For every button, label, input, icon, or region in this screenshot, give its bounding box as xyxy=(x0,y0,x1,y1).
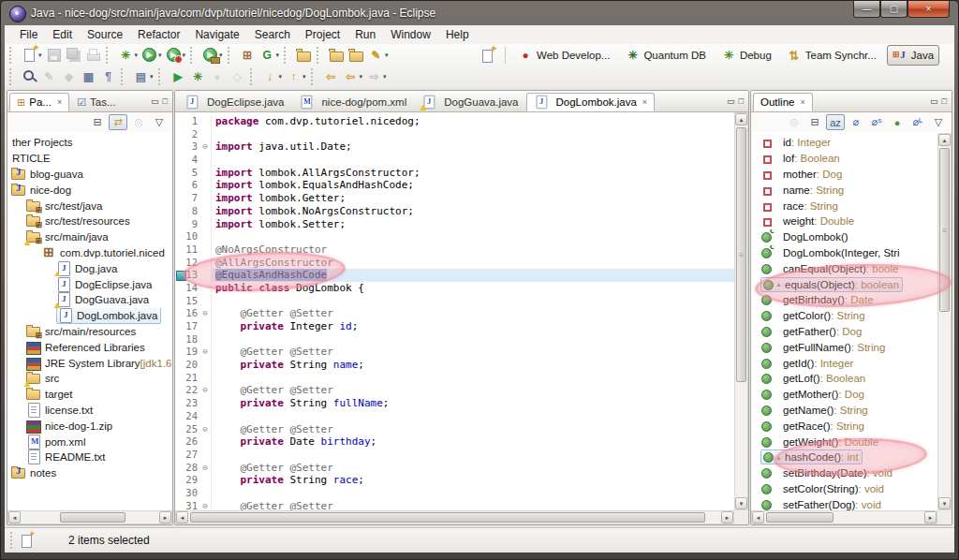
outline-item-name[interactable]: name : String xyxy=(751,182,937,198)
code-line-28[interactable]: 28⊖ @Getter @Setter xyxy=(175,462,734,475)
scroll-right-arrow-icon[interactable]: ▸ xyxy=(159,511,171,523)
code-line-11[interactable]: 11@NoArgsConstructor xyxy=(175,243,734,257)
menu-project[interactable]: Project xyxy=(298,26,347,43)
outline-item-canequal-object-[interactable]: canEqual(Object) : boole xyxy=(751,260,937,276)
perspective-team[interactable]: ⇅Team Synchr... xyxy=(782,46,881,65)
code-line-31[interactable]: 31⊖ @Getter @Setter xyxy=(175,500,734,510)
code-line-20[interactable]: 20 private String name; xyxy=(175,359,734,372)
scroll-down-arrow-icon[interactable]: ▾ xyxy=(735,497,747,509)
back-button[interactable]: ⇦▾ xyxy=(341,66,365,86)
code-line-4[interactable]: 4 xyxy=(175,154,734,167)
code-line-17[interactable]: 17 private Integer id; xyxy=(175,320,734,333)
code-line-13[interactable]: 13@EqualsAndHashCode xyxy=(175,269,734,282)
code-line-1[interactable]: 1package com.dvp.tutoriel.nicedog; xyxy=(175,115,734,128)
open-type-button[interactable] xyxy=(294,45,314,65)
tree-item-dogeclipse-java[interactable]: DogEclipse.java xyxy=(7,276,172,292)
open-file-button[interactable] xyxy=(347,45,366,65)
new-java-wizard-button[interactable]: G▾ xyxy=(258,45,282,65)
resume-button[interactable]: ▶ xyxy=(169,66,188,86)
panel-maximize-icon[interactable]: □ xyxy=(942,97,947,106)
import-button[interactable]: ↓▾ xyxy=(260,66,285,86)
tree-item-rticle[interactable]: RTICLE xyxy=(7,151,172,167)
outline-item-getbirthday-[interactable]: getBirthday() : Date xyxy=(751,292,937,308)
debug-button[interactable]: ✳▾ xyxy=(116,45,140,65)
menu-navigate[interactable]: Navigate xyxy=(187,26,246,43)
editor-hscrollbar[interactable]: ◂ ▸ xyxy=(175,510,734,524)
tree-item-src-main-resources[interactable]: src/main/resources xyxy=(7,324,172,340)
tree-item-dog-java[interactable]: Dog.java xyxy=(7,260,172,276)
open-resource-button[interactable] xyxy=(327,45,347,65)
tree-item-pom-xml[interactable]: pom.xml xyxy=(7,434,172,449)
outline-item-doglombok-[interactable]: DogLombok() xyxy=(751,229,937,245)
panel-maximize-icon[interactable]: □ xyxy=(739,97,744,106)
code-line-3[interactable]: 3⊖import java.util.Date; xyxy=(175,140,734,154)
panel-maximize-icon[interactable]: □ xyxy=(163,97,168,106)
outline-item-doglombok-integer-stri[interactable]: DogLombok(Integer, Stri xyxy=(751,245,937,261)
code-line-6[interactable]: 6import lombok.EqualsAndHashCode; xyxy=(175,179,734,192)
scrollbar-thumb[interactable] xyxy=(60,512,125,523)
menu-window[interactable]: Window xyxy=(383,26,438,43)
code-line-16[interactable]: 16⊖ @Getter @Setter xyxy=(175,307,734,320)
run-button[interactable]: ▶▾ xyxy=(140,45,164,65)
element-button[interactable]: ▤▾ xyxy=(131,66,155,86)
new-wizard-button[interactable]: ▾ xyxy=(20,45,44,65)
perspective-debug[interactable]: ✳Debug xyxy=(716,46,776,65)
menu-file[interactable]: File xyxy=(12,26,45,43)
scroll-up-arrow-icon[interactable]: ▴ xyxy=(735,113,747,125)
code-line-14[interactable]: 14public class DogLombok { xyxy=(175,282,734,295)
editor-tab-dogguava-java[interactable]: DogGuava.java xyxy=(414,93,525,111)
code-line-22[interactable]: 22⊖ @Getter @Setter xyxy=(175,384,734,397)
code-line-25[interactable]: 25⊖ @Getter @Setter xyxy=(175,423,734,436)
panel-minimize-icon[interactable]: ▭ xyxy=(151,97,159,106)
new-java-project-button[interactable]: ⊞ xyxy=(238,45,258,65)
open-perspective-button[interactable] xyxy=(478,46,497,66)
code-line-12[interactable]: 12@AllArgsConstructor xyxy=(175,257,734,270)
outline-item-getcolor-[interactable]: getColor() : String xyxy=(751,308,937,324)
editor-tab-doglombok-java[interactable]: DogLombok.java× xyxy=(526,93,656,111)
outline-item-getname-[interactable]: getName() : String xyxy=(751,403,937,419)
close-button[interactable]: × xyxy=(907,1,950,18)
tree-item-jre-system-library[interactable]: JRE System Library [jdk1.6. xyxy=(7,355,172,371)
explorer-tab-pa-[interactable]: ⊞Pa...× xyxy=(9,93,69,111)
tree-item-target[interactable]: target xyxy=(7,387,172,403)
collapse-all-button[interactable]: ⊟ xyxy=(805,114,824,130)
scroll-right-arrow-icon[interactable]: ▸ xyxy=(721,511,733,523)
explorer-tab-tas-[interactable]: ☑Tas... xyxy=(69,93,123,111)
outline-item-setfather-dog-[interactable]: setFather(Dog) : void xyxy=(751,496,937,510)
menu-help[interactable]: Help xyxy=(438,26,477,43)
outline-item-lof[interactable]: lof : Boolean xyxy=(751,151,937,167)
code-line-2[interactable]: 2 xyxy=(175,128,734,141)
outline-item-getweight-[interactable]: getWeight() : Double xyxy=(751,434,937,449)
outline-item-getrace-[interactable]: getRace() : String xyxy=(751,418,937,434)
editor-vscrollbar[interactable]: ▴ ≡ ▾ xyxy=(734,112,748,510)
code-line-5[interactable]: 5import lombok.AllArgsConstructor; xyxy=(175,167,734,180)
forward-button[interactable]: ⇨▾ xyxy=(364,66,389,86)
search-button[interactable] xyxy=(20,66,39,86)
outline-item-mother[interactable]: mother : Dog xyxy=(751,167,937,183)
menu-source[interactable]: Source xyxy=(80,26,130,43)
scroll-left-arrow-icon[interactable]: ◂ xyxy=(8,511,21,523)
panel-minimize-icon[interactable]: ▭ xyxy=(727,97,735,106)
tree-item-src-main-java[interactable]: src/main/java xyxy=(7,229,172,245)
hide-fields-button[interactable]: ⌀ xyxy=(847,114,865,130)
code-line-30[interactable]: 30 xyxy=(175,487,734,500)
run-coverage-button[interactable]: ▶▾ xyxy=(164,45,188,65)
code-line-18[interactable]: 18 xyxy=(175,333,734,346)
view-menu-button[interactable]: ▽ xyxy=(929,114,948,130)
tree-item-blog-guava[interactable]: blog-guava xyxy=(7,167,172,183)
tree-item-ther-projects[interactable]: ther Projects xyxy=(7,135,172,151)
paragraph-button[interactable]: ¶ xyxy=(98,66,118,86)
maximize-button[interactable]: ▢ xyxy=(880,1,907,18)
scroll-left-arrow-icon[interactable]: ◂ xyxy=(752,511,764,523)
outline-item-getfather-[interactable]: getFather() : Dog xyxy=(751,324,937,340)
editor-tab-dogeclipse-java[interactable]: DogEclipse.java xyxy=(177,93,291,111)
outline-item-setcolor-string-[interactable]: setColor(String) : void xyxy=(751,481,937,497)
hide-static-button[interactable]: ⌀ˢ xyxy=(867,114,886,130)
code-line-23[interactable]: 23 private String fullName; xyxy=(175,397,734,410)
minimize-button[interactable]: — xyxy=(853,1,880,18)
code-line-27[interactable]: 27 xyxy=(175,449,734,462)
scroll-up-arrow-icon[interactable]: ▴ xyxy=(938,134,951,146)
perspective-web[interactable]: ●Web Develop... xyxy=(513,46,614,65)
last-edit-location-button[interactable]: ⇦ xyxy=(321,66,341,86)
code-line-15[interactable]: 15 xyxy=(175,295,734,308)
